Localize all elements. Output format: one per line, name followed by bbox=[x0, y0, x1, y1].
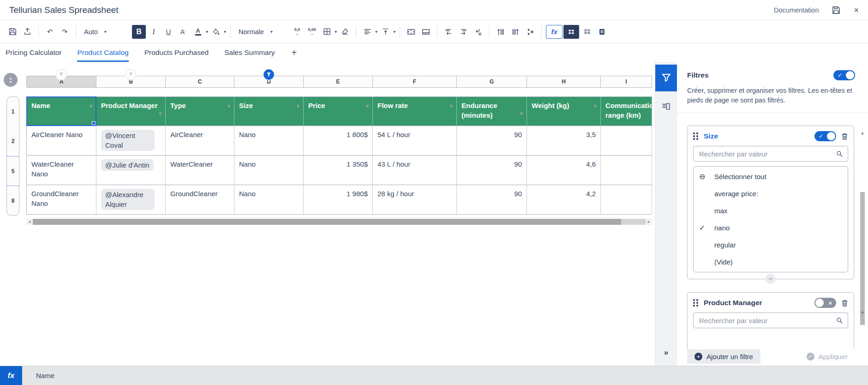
cell[interactable]: AirCleaner Nano bbox=[26, 126, 96, 156]
header-cell-weight[interactable]: Weight (kg)∨ bbox=[527, 96, 601, 126]
cell[interactable]: 90 bbox=[457, 156, 527, 185]
header-cell-size[interactable]: Size∨ bbox=[234, 96, 304, 126]
search-icon[interactable] bbox=[836, 317, 843, 324]
header-cell-endurance[interactable]: Endurance (minutes)∨ bbox=[457, 96, 527, 126]
cell[interactable]: @Vincent Coval bbox=[96, 126, 166, 156]
merge-across-button[interactable] bbox=[419, 25, 433, 39]
cell[interactable]: @Julie d'Antin bbox=[96, 156, 166, 185]
vertical-align-button[interactable] bbox=[378, 25, 392, 39]
drag-handle-icon[interactable] bbox=[693, 132, 698, 140]
conditional-formatting-button[interactable] bbox=[595, 25, 609, 39]
row-header-8[interactable]: 8 bbox=[7, 186, 19, 215]
header-cell-communication-range[interactable]: Communication range (km) bbox=[601, 96, 652, 126]
chevron-down-icon[interactable]: ▾ bbox=[206, 29, 208, 34]
cell[interactable]: Nano bbox=[234, 185, 304, 215]
chevron-down-icon[interactable]: ∨ bbox=[89, 102, 93, 109]
option-average-price[interactable]: average price: bbox=[694, 185, 848, 202]
cell[interactable]: AirCleaner bbox=[166, 126, 234, 156]
filter-funnel-column-b-icon[interactable] bbox=[126, 69, 136, 80]
delete-filter-icon[interactable] bbox=[841, 299, 848, 307]
tab-products-purchased[interactable]: Products Purchased bbox=[144, 43, 209, 62]
column-width-button[interactable] bbox=[509, 25, 522, 39]
tab-sales-summary[interactable]: Sales Summary bbox=[224, 43, 275, 62]
cell[interactable]: @Alexandre Alquier bbox=[96, 185, 166, 215]
save-button[interactable] bbox=[6, 25, 19, 39]
column-header-h[interactable]: H bbox=[527, 76, 601, 88]
filter-search-input[interactable] bbox=[698, 316, 836, 325]
cell[interactable]: WaterCleaner bbox=[166, 156, 234, 185]
filter-product-manager-toggle[interactable]: × bbox=[814, 298, 836, 308]
header-cell-name[interactable]: Name∨ bbox=[26, 96, 96, 126]
column-header-f[interactable]: F bbox=[373, 76, 457, 88]
superscript-subscript-button[interactable]: A° bbox=[176, 25, 190, 39]
cell[interactable]: 43 L / hour bbox=[373, 156, 457, 185]
clear-eraser-button[interactable] bbox=[338, 25, 352, 39]
font-size-dropdown[interactable]: Auto ▾ bbox=[80, 25, 131, 39]
cell[interactable]: 54 L / hour bbox=[373, 126, 457, 156]
header-cell-type[interactable]: Type∨ bbox=[166, 96, 234, 126]
panel-scrollbar[interactable]: ▲ ▼ bbox=[860, 131, 865, 315]
filter-funnel-column-a-icon[interactable] bbox=[56, 69, 66, 80]
chevron-down-icon[interactable]: ∨ bbox=[158, 110, 162, 117]
font-color-button[interactable]: A bbox=[191, 25, 205, 39]
horizontal-align-button[interactable] bbox=[360, 25, 374, 39]
chevron-down-icon[interactable]: ∨ bbox=[593, 102, 597, 109]
mention-chip[interactable]: @Alexandre Alquier bbox=[101, 189, 155, 210]
cell[interactable] bbox=[601, 185, 652, 215]
cell[interactable]: WaterCleaner Nano bbox=[26, 156, 96, 185]
close-icon[interactable]: × bbox=[854, 6, 859, 14]
cell[interactable]: 1 800$ bbox=[304, 126, 373, 156]
select-all-button[interactable]: ▲ ▼ bbox=[4, 73, 18, 87]
scrollbar-thumb[interactable] bbox=[860, 192, 865, 325]
add-filter-button[interactable]: + Ajouter un filtre bbox=[687, 349, 760, 364]
row-height-button[interactable] bbox=[494, 25, 508, 39]
fx-button[interactable]: fx bbox=[0, 366, 22, 385]
number-format-dropdown[interactable]: Normale ▾ bbox=[235, 25, 289, 39]
cell[interactable]: 28 kg / hour bbox=[373, 185, 457, 215]
chevron-down-icon[interactable]: ∨ bbox=[365, 102, 369, 109]
merge-cells-button[interactable] bbox=[404, 25, 418, 39]
apply-button[interactable]: ✓ Appliquer bbox=[807, 353, 848, 361]
save-icon[interactable] bbox=[832, 6, 841, 15]
scroll-down-icon[interactable]: ▼ bbox=[860, 311, 865, 315]
italic-button[interactable]: I bbox=[147, 25, 161, 39]
named-ranges-button[interactable] bbox=[563, 25, 579, 39]
scrollbar-track[interactable] bbox=[33, 219, 646, 225]
fill-handle[interactable] bbox=[92, 121, 96, 125]
cell[interactable]: GroundCleaner bbox=[166, 185, 234, 215]
insert-cells-right-button[interactable] bbox=[456, 25, 470, 39]
tab-product-catalog[interactable]: Product Catalog bbox=[77, 43, 128, 62]
row-header-1[interactable]: 1 bbox=[7, 97, 19, 126]
mention-chip[interactable]: @Vincent Coval bbox=[101, 130, 155, 151]
delete-filter-icon[interactable] bbox=[841, 132, 848, 140]
cell[interactable]: 90 bbox=[457, 126, 527, 156]
filter-search-input[interactable] bbox=[698, 150, 836, 158]
cell[interactable] bbox=[601, 156, 652, 185]
filters-panel-button[interactable] bbox=[655, 65, 677, 91]
option-max[interactable]: max bbox=[694, 202, 848, 219]
filter-size-toggle[interactable]: ✓ bbox=[814, 131, 836, 141]
hide-rows-button[interactable] bbox=[523, 25, 537, 39]
cell[interactable] bbox=[601, 126, 652, 156]
column-header-i[interactable]: I bbox=[601, 76, 652, 88]
chevron-down-icon[interactable]: ▾ bbox=[393, 29, 395, 34]
redo-button[interactable]: ↷ bbox=[58, 25, 72, 39]
collapse-panel-button[interactable]: » bbox=[664, 348, 668, 357]
decrease-decimal-button[interactable]: 0,0← bbox=[290, 25, 304, 39]
insert-cells-left-button[interactable] bbox=[442, 25, 455, 39]
add-sheet-button[interactable]: + bbox=[292, 43, 297, 62]
horizontal-scrollbar[interactable]: ◂ ▸ bbox=[26, 219, 652, 225]
option-select-all[interactable]: ⊖Sélectionner tout bbox=[694, 168, 848, 185]
collapse-card-button[interactable] bbox=[766, 274, 776, 284]
fill-color-button[interactable] bbox=[209, 25, 223, 39]
delete-cells-button[interactable] bbox=[471, 25, 485, 39]
bold-button[interactable]: B bbox=[132, 25, 146, 39]
cell[interactable]: 4,6 bbox=[527, 156, 601, 185]
borders-button[interactable] bbox=[320, 25, 334, 39]
tab-pricing-calculator[interactable]: Pricing Calculator bbox=[6, 43, 61, 62]
scroll-left-icon[interactable]: ◂ bbox=[26, 219, 33, 225]
documentation-link[interactable]: Documentation bbox=[774, 6, 819, 14]
chevron-down-icon[interactable]: ▾ bbox=[335, 29, 337, 34]
chevron-down-icon[interactable]: ▾ bbox=[224, 29, 226, 34]
column-header-e[interactable]: E bbox=[304, 76, 373, 88]
